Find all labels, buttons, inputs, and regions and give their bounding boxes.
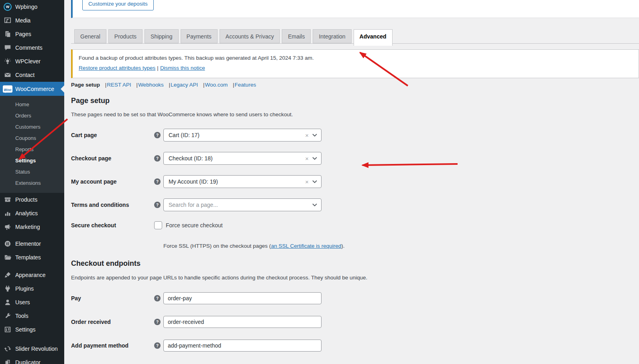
subnav-separator: | (136, 82, 138, 88)
dismiss-notice-link[interactable]: Dismiss this notice (160, 65, 205, 71)
sidebar-item-duplicator[interactable]: Duplicator (0, 356, 64, 364)
subnav-link-rest-api[interactable]: REST API (107, 82, 131, 88)
help-icon[interactable]: ? (154, 178, 161, 185)
subnav-link-webhooks[interactable]: Webhooks (138, 82, 164, 88)
submenu-item-settings[interactable]: Settings (0, 155, 64, 166)
sidebar-item-label: Duplicator (15, 359, 41, 364)
sidebar-item-elementor[interactable]: Elementor (0, 237, 64, 251)
force-secure-checkout-checkbox[interactable] (154, 221, 162, 229)
sidebar-item-wpclever[interactable]: WPClever (0, 55, 64, 68)
tools-wrench-icon (4, 312, 12, 320)
ssl-description: Force SSL (HTTPS) on the checkout pages … (163, 243, 344, 249)
sidebar-item-woocommerce[interactable]: Woo WooCommerce (0, 82, 64, 96)
subnav-link-features[interactable]: Features (235, 82, 256, 88)
tab-advanced[interactable]: Advanced (354, 29, 393, 46)
sidebar-item-templates[interactable]: Templates (0, 251, 64, 264)
sidebar-item-label: Marketing (15, 224, 40, 230)
sidebar-item-appearance[interactable]: Appearance (0, 268, 64, 282)
checkout-endpoints-description: Endpoints are appended to your page URLs… (71, 275, 367, 281)
woocommerce-submenu: Home Orders Customers Coupons Reports Se… (0, 96, 64, 193)
chevron-down-icon (312, 203, 317, 206)
submenu-item-orders[interactable]: Orders (0, 110, 64, 121)
subnav-link-legacy-api[interactable]: Legacy API (171, 82, 198, 88)
checkout-endpoints-heading: Checkout endpoints (71, 259, 140, 268)
comments-icon (4, 44, 12, 52)
sidebar-item-media[interactable]: Media (0, 14, 64, 27)
subnav-separator: | (105, 82, 107, 88)
sidebar-item-label: Templates (15, 254, 41, 261)
sidebar-item-users[interactable]: Users (0, 295, 64, 309)
sidebar-item-contact[interactable]: Contact (0, 68, 64, 82)
sidebar-item-label: Pages (15, 31, 31, 37)
select-value: My Account (ID: 19) (169, 178, 305, 185)
sidebar-item-slider-revolution[interactable]: Slider Revolution (0, 342, 64, 356)
ssl-certificate-link[interactable]: an SSL Certificate is required (271, 243, 341, 249)
form-row-checkout-page: Checkout page ? Checkout (ID: 18) × (71, 152, 322, 165)
clear-icon[interactable]: × (305, 132, 309, 138)
duplicator-icon (4, 358, 12, 364)
submenu-item-home[interactable]: Home (0, 99, 64, 110)
sidebar-item-products[interactable]: Products (0, 193, 64, 206)
sidebar-item-label: Contact (15, 72, 35, 78)
help-icon[interactable]: ? (154, 342, 161, 349)
wpclever-icon (4, 57, 12, 65)
submenu-item-reports[interactable]: Reports (0, 144, 64, 155)
sidebar-item-label: Plugins (15, 285, 34, 292)
sidebar-item-plugins[interactable]: Plugins (0, 282, 64, 295)
form-row-my-account-page: My account page ? My Account (ID: 19) × (71, 175, 322, 188)
form-row-order-received: Order received ? (71, 316, 322, 328)
checkout-page-select[interactable]: Checkout (ID: 18) × (163, 152, 322, 165)
settings-tabs: General Products Shipping Payments Accou… (74, 29, 395, 46)
subnav-separator: | (233, 82, 234, 88)
sidebar-item-wpbingo[interactable]: W Wpbingo (0, 0, 64, 14)
terms-page-select[interactable]: Search for a page... (163, 198, 322, 211)
clear-icon[interactable]: × (305, 179, 309, 185)
help-icon[interactable]: ? (154, 202, 161, 208)
subnav-current-page-setup: Page setup (71, 82, 100, 88)
tab-accounts-privacy[interactable]: Accounts & Privacy (220, 29, 280, 43)
clear-icon[interactable]: × (305, 156, 309, 162)
pay-endpoint-input[interactable] (163, 292, 322, 304)
tab-shipping[interactable]: Shipping (144, 29, 179, 43)
subnav-link-woo-com[interactable]: Woo.com (205, 82, 228, 88)
order-received-endpoint-input[interactable] (163, 316, 322, 328)
sidebar-item-label: Slider Revolution (15, 346, 58, 352)
help-icon[interactable]: ? (154, 155, 161, 162)
sidebar-item-pages[interactable]: Pages (0, 27, 64, 41)
admin-sidebar: W Wpbingo Media Pages Comments WPClever … (0, 0, 64, 364)
sidebar-item-marketing[interactable]: Marketing (0, 220, 64, 234)
products-icon (4, 196, 12, 204)
tab-payments[interactable]: Payments (181, 29, 218, 43)
add-payment-method-endpoint-input[interactable] (163, 340, 322, 352)
sidebar-item-label: Tools (15, 313, 28, 319)
page-setup-description: These pages need to be set so that WooCo… (71, 111, 293, 117)
advanced-subnav: Page setup |REST API |Webhooks |Legacy A… (71, 82, 256, 88)
restore-attributes-link[interactable]: Restore product attributes types (79, 65, 155, 71)
help-icon[interactable]: ? (154, 132, 161, 138)
tab-integration[interactable]: Integration (313, 29, 351, 43)
sidebar-item-label: Wpbingo (15, 4, 37, 10)
submenu-item-status[interactable]: Status (0, 166, 64, 178)
pages-icon (4, 30, 12, 38)
sidebar-item-comments[interactable]: Comments (0, 41, 64, 55)
page-setup-heading: Page setup (71, 97, 110, 105)
my-account-page-select[interactable]: My Account (ID: 19) × (163, 175, 322, 188)
submenu-item-customers[interactable]: Customers (0, 121, 64, 133)
field-label: Pay (71, 295, 154, 301)
cart-page-select[interactable]: Cart (ID: 17) × (163, 129, 322, 142)
submenu-item-extensions[interactable]: Extensions (0, 178, 64, 189)
help-icon[interactable]: ? (154, 295, 161, 301)
sidebar-item-analytics[interactable]: Analytics (0, 206, 64, 220)
media-icon (4, 16, 12, 24)
settings-icon (4, 326, 12, 334)
submenu-item-coupons[interactable]: Coupons (0, 133, 64, 144)
tab-products[interactable]: Products (108, 29, 142, 43)
sidebar-item-tools[interactable]: Tools (0, 309, 64, 323)
sidebar-item-settings[interactable]: Settings (0, 323, 64, 336)
chevron-down-icon (312, 133, 317, 137)
customize-deposits-button[interactable]: Customize your deposits (82, 0, 154, 10)
tab-emails[interactable]: Emails (282, 29, 311, 43)
tab-general[interactable]: General (74, 29, 106, 43)
sidebar-item-label: WPClever (15, 58, 41, 65)
help-icon[interactable]: ? (154, 319, 161, 325)
